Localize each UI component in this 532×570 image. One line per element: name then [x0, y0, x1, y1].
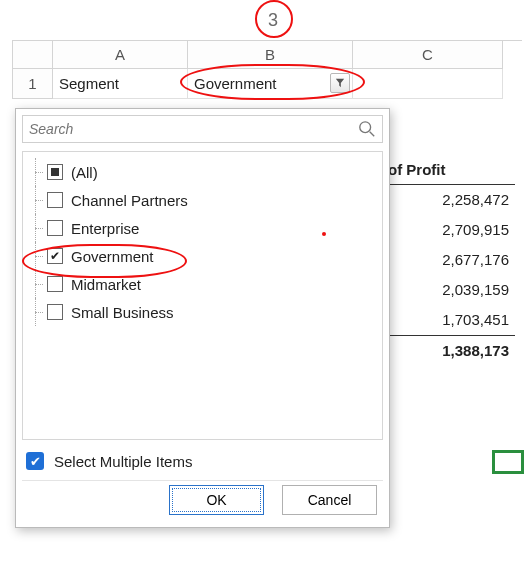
checkbox-midmarket[interactable] — [47, 276, 63, 292]
filter-item-label: Small Business — [71, 304, 174, 321]
annotation-dot — [322, 232, 326, 236]
filter-item-label: Government — [71, 248, 154, 265]
filter-search-row — [22, 115, 383, 143]
pivot-values-column: of Profit 2,258,472 2,709,915 2,677,176 … — [385, 155, 515, 365]
filter-item-midmarket[interactable]: Midmarket — [27, 270, 378, 298]
filter-item-enterprise[interactable]: Enterprise — [27, 214, 378, 242]
filter-item-label: (All) — [71, 164, 98, 181]
select-multiple-checkbox[interactable]: ✔ — [26, 452, 44, 470]
filter-item-label: Channel Partners — [71, 192, 188, 209]
select-multiple-row[interactable]: ✔ Select Multiple Items — [22, 440, 383, 480]
search-input[interactable] — [29, 121, 358, 137]
cell-B1-value: Government — [194, 75, 277, 92]
search-icon — [358, 120, 376, 138]
row-header-1[interactable]: 1 — [13, 69, 53, 99]
cell-A1[interactable]: Segment — [53, 69, 188, 99]
dialog-button-row: OK Cancel — [22, 480, 383, 521]
pivot-value: 2,258,472 — [385, 185, 515, 215]
pivot-header: of Profit — [385, 155, 515, 185]
svg-point-0 — [360, 122, 371, 133]
column-header-B[interactable]: B — [188, 41, 353, 69]
filter-item-label: Midmarket — [71, 276, 141, 293]
row-1: 1 Segment Government — [12, 69, 522, 99]
filter-dropdown-panel: (All) Channel Partners Enterprise Govern… — [15, 108, 390, 528]
checkbox-small-business[interactable] — [47, 304, 63, 320]
svg-line-1 — [370, 132, 375, 137]
column-header-C[interactable]: C — [353, 41, 503, 69]
filter-dropdown-icon — [335, 78, 345, 88]
step-number-label: 3 — [268, 10, 278, 31]
checkbox-enterprise[interactable] — [47, 220, 63, 236]
pivot-value: 2,039,159 — [385, 275, 515, 305]
select-multiple-label: Select Multiple Items — [54, 453, 192, 470]
filter-item-label: Enterprise — [71, 220, 139, 237]
pivot-filter-button[interactable] — [330, 73, 350, 93]
pivot-value: 2,709,915 — [385, 215, 515, 245]
filter-item-government[interactable]: Government — [27, 242, 378, 270]
filter-item-small-business[interactable]: Small Business — [27, 298, 378, 326]
checkbox-all[interactable] — [47, 164, 63, 180]
pivot-value: 1,703,451 — [385, 305, 515, 335]
checkbox-government[interactable] — [47, 248, 63, 264]
column-header-A[interactable]: A — [53, 41, 188, 69]
green-selection-box — [492, 450, 524, 474]
pivot-value: 2,677,176 — [385, 245, 515, 275]
spreadsheet-grid: A B C 1 Segment Government — [12, 40, 522, 99]
pivot-grand-total: 1,388,173 — [385, 335, 515, 365]
checkbox-channel-partners[interactable] — [47, 192, 63, 208]
ok-button[interactable]: OK — [169, 485, 264, 515]
filter-item-channel-partners[interactable]: Channel Partners — [27, 186, 378, 214]
filter-item-tree: (All) Channel Partners Enterprise Govern… — [22, 151, 383, 440]
cancel-button[interactable]: Cancel — [282, 485, 377, 515]
column-headers-row: A B C — [12, 40, 522, 69]
cell-C1[interactable] — [353, 69, 503, 99]
filter-item-all[interactable]: (All) — [27, 158, 378, 186]
select-all-corner[interactable] — [13, 41, 53, 69]
cell-B1[interactable]: Government — [188, 69, 353, 99]
